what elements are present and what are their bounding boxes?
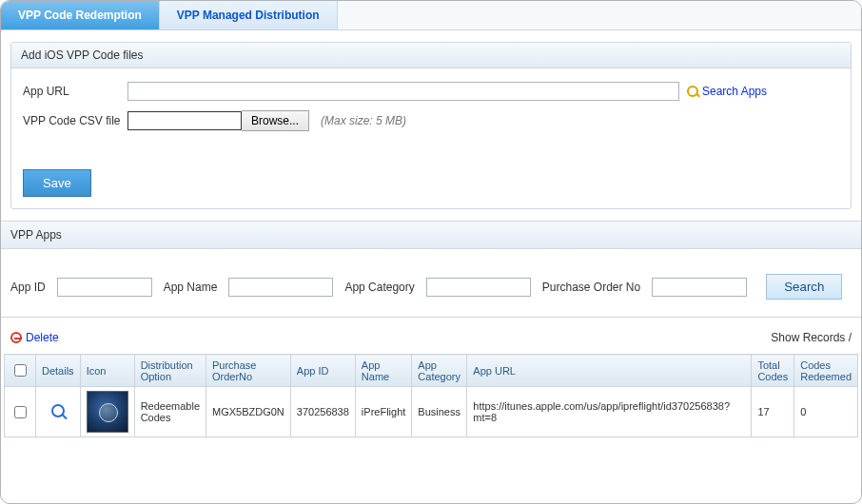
filter-appname-label: App Name (164, 281, 218, 294)
cell-app-url: https://itunes.apple.com/us/app/ipreflig… (467, 387, 752, 437)
max-size-hint: (Max size: 5 MB) (321, 114, 406, 127)
cell-app-category: Business (412, 387, 467, 437)
table-header-row: Details Icon Distribution Option Purchas… (5, 355, 858, 387)
delete-link[interactable]: Delete (10, 331, 59, 344)
cell-codes-redeemed: 0 (794, 387, 858, 437)
cell-distribution: Redeemable Codes (134, 387, 206, 437)
filter-appid-input[interactable] (57, 278, 152, 297)
add-vpp-codes-section: Add iOS VPP Code files App URL Search Ap… (10, 42, 852, 209)
delete-icon (10, 332, 22, 343)
app-icon (87, 391, 128, 433)
vpp-apps-table: Details Icon Distribution Option Purchas… (4, 354, 858, 437)
action-row: Delete Show Records / (1, 318, 861, 354)
details-icon[interactable] (51, 404, 65, 417)
app-url-input[interactable] (127, 82, 679, 101)
cell-app-id: 370256838 (290, 387, 355, 437)
select-all-checkbox[interactable] (14, 364, 27, 377)
filter-appcategory-input[interactable] (426, 278, 531, 297)
row-checkbox[interactable] (14, 406, 27, 418)
filter-appid-label: App ID (10, 281, 46, 294)
browse-button[interactable]: Browse... (242, 110, 309, 131)
search-icon (687, 86, 698, 97)
th-distribution[interactable]: Distribution Option (134, 355, 206, 387)
th-app-id[interactable]: App ID (290, 355, 355, 387)
add-section-header: Add iOS VPP Code files (11, 43, 851, 68)
app-url-label: App URL (23, 85, 127, 98)
search-apps-label: Search Apps (702, 85, 767, 98)
cell-purchase-order: MGX5BZDG0N (206, 387, 291, 437)
filter-purchaseorder-input[interactable] (652, 278, 747, 297)
search-apps-link[interactable]: Search Apps (687, 85, 767, 98)
th-app-category[interactable]: App Category (412, 355, 467, 387)
th-codes-redeemed[interactable]: Codes Redeemed (794, 355, 858, 387)
filter-appname-input[interactable] (228, 278, 333, 297)
csv-file-label: VPP Code CSV file (23, 114, 127, 127)
filter-purchaseorder-label: Purchase Order No (542, 281, 640, 294)
tab-vpp-code-redemption[interactable]: VPP Code Redemption (1, 1, 160, 29)
save-button[interactable]: Save (23, 169, 91, 197)
csv-file-input[interactable] (127, 111, 242, 130)
filter-appcategory-label: App Category (344, 281, 414, 294)
tab-bar: VPP Code Redemption VPP Managed Distribu… (1, 1, 861, 30)
tab-vpp-managed-distribution[interactable]: VPP Managed Distribution (160, 1, 338, 29)
th-details[interactable]: Details (36, 355, 81, 387)
th-app-url[interactable]: App URL (467, 355, 752, 387)
th-app-name[interactable]: App Name (355, 355, 411, 387)
show-records-label: Show Records / (771, 331, 852, 344)
th-icon[interactable]: Icon (80, 355, 134, 387)
th-total-codes[interactable]: Total Codes (752, 355, 794, 387)
table-row: Redeemable Codes MGX5BZDG0N 370256838 iP… (5, 387, 858, 437)
search-button[interactable]: Search (766, 274, 842, 300)
th-purchase-order[interactable]: Purchase OrderNo (206, 355, 291, 387)
vpp-apps-header: VPP Apps (1, 221, 861, 249)
delete-label: Delete (26, 331, 59, 344)
filter-row: App ID App Name App Category Purchase Or… (1, 249, 861, 318)
cell-app-name: iPreFlight (355, 387, 411, 437)
cell-total-codes: 17 (752, 387, 794, 437)
